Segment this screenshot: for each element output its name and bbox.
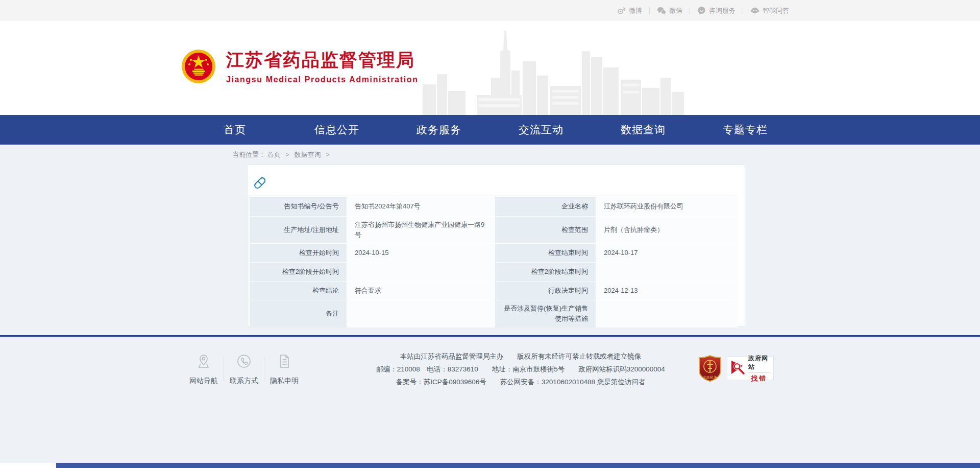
table-row: 检查开始时间 2024-10-15 检查结束时间 2024-10-17 [250,244,738,262]
topbar-item-wechat[interactable]: 微信 [650,6,690,15]
field-value: 告知书2024年第407号 [347,197,495,216]
page: 微博 微信 咨询服务 智能问答 [0,0,980,468]
error-badge-divider [748,372,770,373]
main-content: 当前位置： 首页 > 数据查询 > 告知书编号 [0,145,980,335]
error-badge-texts: 政府网站 找错 [748,354,770,383]
breadcrumb-link-home[interactable]: 首页 [267,151,281,158]
field-label: 检查结束时间 [495,244,596,262]
table-row: 生产地址/注册地址 江苏省扬州市扬州生物健康产业园健康一路9号 检查范围 片剂（… [250,217,738,243]
footer-info: 本站由江苏省药品监督管理局主办 版权所有未经许可禁止转载或者建立镜像 邮编：21… [316,350,725,388]
field-label: 行政决定时间 [495,282,596,300]
field-label: 检查开始时间 [250,244,347,262]
phone-icon [236,353,252,371]
field-label: 检查2阶段结束时间 [495,263,596,281]
brand-text: 江苏省药品监督管理局 Jiangsu Medical Products Admi… [226,48,419,84]
footer-link-label: 联系方式 [230,377,258,386]
site-title: 江苏省药品监督管理局 [226,48,419,72]
field-value: 江苏联环药业股份有限公司 [596,197,738,216]
party-gov-badge-label: 党政机关 [703,375,717,380]
field-value [347,263,495,281]
nav-item-special-columns[interactable]: 专题专栏 [694,115,796,145]
topbar-items: 微博 微信 咨询服务 智能问答 [610,0,796,21]
topbar-item-label: 微博 [629,6,642,15]
party-gov-badge[interactable]: 党政机关 [698,355,722,382]
field-value: 片剂（含抗肿瘤类） [596,217,738,243]
footer-badges: 党政机关 政府网站 找错 [698,355,774,382]
breadcrumb-link-data-query[interactable]: 数据查询 [294,151,321,158]
map-pin-icon [195,353,212,371]
main-nav: 首页 信息公开 政务服务 交流互动 数据查询 专题专栏 [0,115,980,145]
city-skyline-graphic [423,31,684,115]
breadcrumb: 当前位置： 首页 > 数据查询 > [232,150,333,159]
field-label: 是否涉及暂停(恢复)生产销售使用等措施 [495,300,596,327]
field-label: 告知书编号/公告号 [250,197,347,216]
nav-item-interaction[interactable]: 交流互动 [490,115,592,145]
field-value: 符合要求 [347,282,495,300]
field-value: 2024-12-13 [596,282,738,300]
detail-card: 告知书编号/公告号 告知书2024年第407号 企业名称 江苏联环药业股份有限公… [247,165,745,326]
robot-icon [750,6,760,15]
field-value [596,263,738,281]
table-row: 告知书编号/公告号 告知书2024年第407号 企业名称 江苏联环药业股份有限公… [250,197,738,216]
breadcrumb-separator: > [285,151,289,158]
detail-table: 告知书编号/公告号 告知书2024年第407号 企业名称 江苏联环药业股份有限公… [249,196,739,328]
topbar-item-label: 咨询服务 [709,6,736,15]
field-label: 检查结论 [250,282,347,300]
detail-table-wrap: 告知书编号/公告号 告知书2024年第407号 企业名称 江苏联环药业股份有限公… [249,196,737,329]
topbar-item-consult[interactable]: 咨询服务 [690,6,743,15]
topbar: 微博 微信 咨询服务 智能问答 [0,0,980,21]
field-value: 2024-10-17 [596,244,738,262]
topbar-item-weibo[interactable]: 微博 [610,6,649,15]
footer-line-3: 备案号：苏ICP备09039606号 苏公网安备：32010602010488 … [316,376,725,388]
wechat-icon [657,7,666,15]
bottom-strip-bar [56,463,980,468]
weibo-icon [617,6,626,15]
footer-link-privacy[interactable]: 隐私申明 [264,353,304,386]
footer-link-label: 隐私申明 [270,377,299,386]
field-value [596,300,738,327]
site-subtitle: Jiangsu Medical Products Administration [226,75,419,84]
field-value [347,300,495,327]
national-emblem-logo [181,49,216,84]
brand: 江苏省药品监督管理局 Jiangsu Medical Products Admi… [181,48,419,84]
topbar-item-label: 微信 [669,6,682,15]
error-badge-line1: 政府网站 [748,354,770,371]
nav-item-gov-services[interactable]: 政务服务 [388,115,490,145]
breadcrumb-separator: > [326,151,330,158]
bottom-strip [0,463,980,468]
footer-links: 网站导航 联系方式 [184,353,304,386]
field-label: 检查范围 [495,217,596,243]
field-value: 江苏省扬州市扬州生物健康产业园健康一路9号 [347,217,495,243]
chat-bubble-icon [697,6,706,15]
table-row: 检查结论 符合要求 行政决定时间 2024-12-13 [250,282,738,300]
field-label: 备注 [250,300,347,327]
footer-line-2: 邮编：210008 电话：83273610 地址：南京市鼓楼街5号 政府网站标识… [316,363,725,376]
error-badge-line2: 找错 [751,374,768,383]
footer-link-contact[interactable]: 联系方式 [224,353,264,386]
footer-link-sitemap[interactable]: 网站导航 [184,353,224,386]
nav-item-data-query[interactable]: 数据查询 [592,115,694,145]
nav-item-info-disclosure[interactable]: 信息公开 [286,115,388,145]
website-error-report-badge[interactable]: 政府网站 找错 [727,357,774,380]
table-row: 备注 是否涉及暂停(恢复)生产销售使用等措施 [250,300,738,327]
site-header: 江苏省药品监督管理局 Jiangsu Medical Products Admi… [0,21,980,115]
table-row: 检查2阶段开始时间 检查2阶段结束时间 [250,263,738,281]
footer-line-1: 本站由江苏省药品监督管理局主办 版权所有未经许可禁止转载或者建立镜像 [316,350,725,363]
document-icon [276,353,292,371]
field-label: 检查2阶段开始时间 [250,263,347,281]
main-nav-inner: 首页 信息公开 政务服务 交流互动 数据查询 专题专栏 [184,115,796,145]
field-value: 2024-10-15 [347,244,495,262]
field-label: 生产地址/注册地址 [250,217,347,243]
nav-item-home[interactable]: 首页 [184,115,286,145]
footer: 网站导航 联系方式 [0,337,980,463]
breadcrumb-prefix: 当前位置： [232,151,265,158]
bottom-strip-gap [0,463,56,468]
pill-icon [252,175,267,191]
topbar-item-qa[interactable]: 智能问答 [743,6,796,15]
footer-link-label: 网站导航 [189,377,218,386]
error-finder-magnifier-icon [730,359,746,378]
field-label: 企业名称 [495,197,596,216]
topbar-item-label: 智能问答 [763,6,789,15]
